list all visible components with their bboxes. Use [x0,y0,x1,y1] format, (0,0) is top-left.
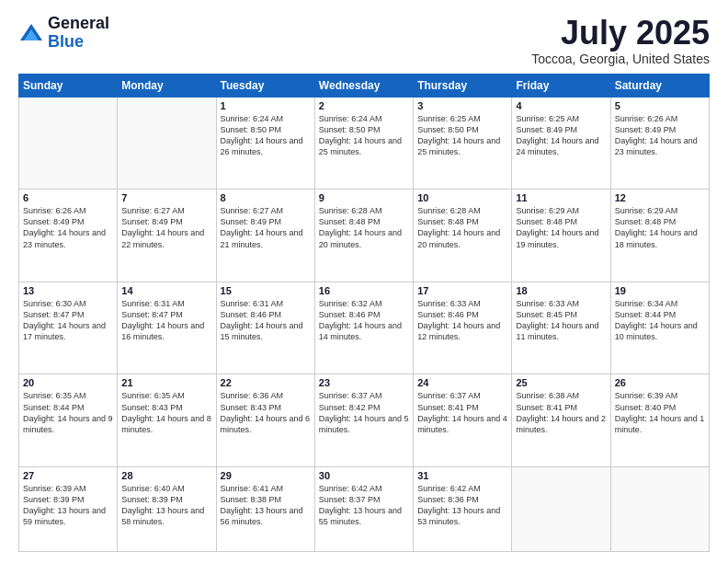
cell-info: Sunrise: 6:37 AM Sunset: 8:42 PM Dayligh… [319,390,409,435]
cell-info: Sunrise: 6:33 AM Sunset: 8:45 PM Dayligh… [516,298,606,343]
day-number: 29 [221,470,311,481]
calendar-cell [118,97,216,190]
cell-info: Sunrise: 6:30 AM Sunset: 8:47 PM Dayligh… [23,298,113,343]
day-number: 23 [319,377,409,388]
cell-info: Sunrise: 6:34 AM Sunset: 8:44 PM Dayligh… [615,298,705,343]
day-number: 6 [23,192,113,203]
calendar-cell: 10Sunrise: 6:28 AM Sunset: 8:48 PM Dayli… [414,190,512,282]
cell-info: Sunrise: 6:31 AM Sunset: 8:47 PM Dayligh… [121,298,211,343]
cell-info: Sunrise: 6:31 AM Sunset: 8:46 PM Dayligh… [221,298,311,343]
day-number: 26 [615,377,705,388]
cell-info: Sunrise: 6:29 AM Sunset: 8:48 PM Dayligh… [615,205,705,250]
calendar-cell: 12Sunrise: 6:29 AM Sunset: 8:48 PM Dayli… [610,190,709,282]
calendar-cell: 31Sunrise: 6:42 AM Sunset: 8:36 PM Dayli… [414,466,512,551]
day-header-thursday: Thursday [414,74,512,97]
day-number: 18 [516,285,606,296]
calendar-week-3: 13Sunrise: 6:30 AM Sunset: 8:47 PM Dayli… [19,282,710,374]
calendar-cell: 14Sunrise: 6:31 AM Sunset: 8:47 PM Dayli… [118,282,216,374]
calendar-cell: 3Sunrise: 6:25 AM Sunset: 8:50 PM Daylig… [414,97,512,190]
day-number: 4 [516,100,606,111]
cell-info: Sunrise: 6:27 AM Sunset: 8:49 PM Dayligh… [221,205,311,250]
calendar-cell: 22Sunrise: 6:36 AM Sunset: 8:43 PM Dayli… [216,374,314,467]
day-number: 28 [121,470,211,481]
month-title: July 2025 [531,15,710,52]
day-number: 11 [516,192,606,203]
day-number: 8 [221,192,311,203]
calendar-cell: 16Sunrise: 6:32 AM Sunset: 8:46 PM Dayli… [314,282,413,374]
cell-info: Sunrise: 6:26 AM Sunset: 8:49 PM Dayligh… [23,205,113,250]
calendar-cell [610,466,709,551]
day-number: 7 [121,192,211,203]
day-header-wednesday: Wednesday [314,74,413,97]
calendar-header-row: SundayMondayTuesdayWednesdayThursdayFrid… [19,74,710,97]
calendar-cell: 17Sunrise: 6:33 AM Sunset: 8:46 PM Dayli… [414,282,512,374]
calendar-cell: 8Sunrise: 6:27 AM Sunset: 8:49 PM Daylig… [216,190,314,282]
day-number: 22 [221,377,311,388]
day-header-friday: Friday [512,74,610,97]
cell-info: Sunrise: 6:35 AM Sunset: 8:43 PM Dayligh… [121,390,211,435]
cell-info: Sunrise: 6:25 AM Sunset: 8:50 PM Dayligh… [417,113,507,158]
calendar-cell: 13Sunrise: 6:30 AM Sunset: 8:47 PM Dayli… [19,282,118,374]
calendar-cell: 27Sunrise: 6:39 AM Sunset: 8:39 PM Dayli… [19,466,118,551]
cell-info: Sunrise: 6:24 AM Sunset: 8:50 PM Dayligh… [319,113,409,158]
cell-info: Sunrise: 6:27 AM Sunset: 8:49 PM Dayligh… [121,205,211,250]
header: General Blue July 2025 Toccoa, Georgia, … [18,15,710,66]
logo-icon [18,20,44,46]
day-header-monday: Monday [118,74,216,97]
calendar-cell: 19Sunrise: 6:34 AM Sunset: 8:44 PM Dayli… [610,282,709,374]
day-number: 3 [417,100,507,111]
calendar-cell: 11Sunrise: 6:29 AM Sunset: 8:48 PM Dayli… [512,190,610,282]
calendar-week-5: 27Sunrise: 6:39 AM Sunset: 8:39 PM Dayli… [19,466,710,551]
day-number: 2 [319,100,409,111]
cell-info: Sunrise: 6:33 AM Sunset: 8:46 PM Dayligh… [417,298,507,343]
cell-info: Sunrise: 6:24 AM Sunset: 8:50 PM Dayligh… [221,113,311,158]
calendar-cell: 2Sunrise: 6:24 AM Sunset: 8:50 PM Daylig… [314,97,413,190]
calendar-cell: 6Sunrise: 6:26 AM Sunset: 8:49 PM Daylig… [19,190,118,282]
cell-info: Sunrise: 6:38 AM Sunset: 8:41 PM Dayligh… [516,390,606,435]
day-number: 16 [319,285,409,296]
calendar-week-4: 20Sunrise: 6:35 AM Sunset: 8:44 PM Dayli… [19,374,710,467]
calendar-cell: 20Sunrise: 6:35 AM Sunset: 8:44 PM Dayli… [19,374,118,467]
calendar-cell: 28Sunrise: 6:40 AM Sunset: 8:39 PM Dayli… [118,466,216,551]
cell-info: Sunrise: 6:26 AM Sunset: 8:49 PM Dayligh… [615,113,705,158]
day-header-tuesday: Tuesday [216,74,314,97]
cell-info: Sunrise: 6:35 AM Sunset: 8:44 PM Dayligh… [23,390,113,435]
day-header-sunday: Sunday [19,74,118,97]
calendar-cell: 15Sunrise: 6:31 AM Sunset: 8:46 PM Dayli… [216,282,314,374]
calendar-cell [512,466,610,551]
day-number: 9 [319,192,409,203]
calendar-cell: 18Sunrise: 6:33 AM Sunset: 8:45 PM Dayli… [512,282,610,374]
location: Toccoa, Georgia, United States [531,52,710,66]
day-number: 10 [417,192,507,203]
calendar-cell: 21Sunrise: 6:35 AM Sunset: 8:43 PM Dayli… [118,374,216,467]
logo-blue-text: Blue [48,33,109,52]
day-number: 13 [23,285,113,296]
title-block: July 2025 Toccoa, Georgia, United States [531,15,710,66]
day-number: 19 [615,285,705,296]
day-number: 25 [516,377,606,388]
page: General Blue July 2025 Toccoa, Georgia, … [0,0,728,563]
cell-info: Sunrise: 6:37 AM Sunset: 8:41 PM Dayligh… [417,390,507,435]
calendar-cell: 23Sunrise: 6:37 AM Sunset: 8:42 PM Dayli… [314,374,413,467]
calendar-cell: 24Sunrise: 6:37 AM Sunset: 8:41 PM Dayli… [414,374,512,467]
calendar-cell: 7Sunrise: 6:27 AM Sunset: 8:49 PM Daylig… [118,190,216,282]
day-number: 15 [221,285,311,296]
calendar-cell: 30Sunrise: 6:42 AM Sunset: 8:37 PM Dayli… [314,466,413,551]
day-number: 27 [23,470,113,481]
cell-info: Sunrise: 6:28 AM Sunset: 8:48 PM Dayligh… [319,205,409,250]
cell-info: Sunrise: 6:40 AM Sunset: 8:39 PM Dayligh… [121,483,211,528]
cell-info: Sunrise: 6:29 AM Sunset: 8:48 PM Dayligh… [516,205,606,250]
calendar-cell: 26Sunrise: 6:39 AM Sunset: 8:40 PM Dayli… [610,374,709,467]
day-header-saturday: Saturday [610,74,709,97]
day-number: 1 [221,100,311,111]
cell-info: Sunrise: 6:39 AM Sunset: 8:39 PM Dayligh… [23,483,113,528]
cell-info: Sunrise: 6:28 AM Sunset: 8:48 PM Dayligh… [417,205,507,250]
day-number: 20 [23,377,113,388]
day-number: 31 [417,470,507,481]
calendar-cell: 4Sunrise: 6:25 AM Sunset: 8:49 PM Daylig… [512,97,610,190]
day-number: 17 [417,285,507,296]
calendar-cell [19,97,118,190]
cell-info: Sunrise: 6:41 AM Sunset: 8:38 PM Dayligh… [221,483,311,528]
calendar-cell: 5Sunrise: 6:26 AM Sunset: 8:49 PM Daylig… [610,97,709,190]
day-number: 24 [417,377,507,388]
